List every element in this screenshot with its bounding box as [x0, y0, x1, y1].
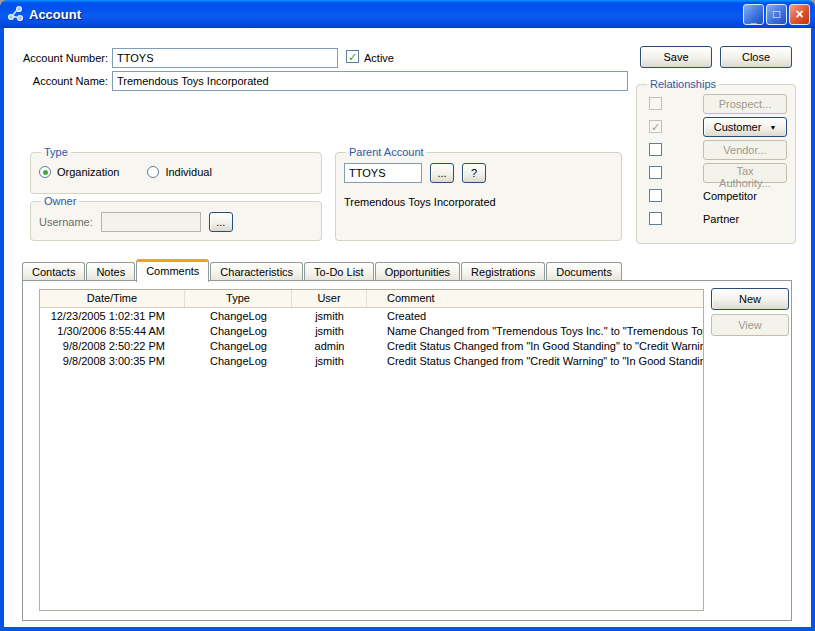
maximize-icon: □	[773, 7, 780, 21]
relationship-row-partner: Partner	[645, 207, 787, 230]
individual-radio-label: Individual	[165, 166, 211, 178]
table-row[interactable]: 9/8/2008 3:00:35 PM ChangeLog jsmith Cre…	[40, 354, 703, 368]
comments-table-header: Date/Time Type User Comment	[40, 290, 703, 308]
tab-documents[interactable]: Documents	[546, 262, 622, 281]
relationship-row-vendor: Vendor...	[645, 138, 787, 161]
owner-group-title: Owner	[41, 195, 79, 207]
partner-checkbox[interactable]	[649, 212, 662, 225]
cell-datetime: 12/23/2005 1:02:31 PM	[40, 309, 185, 323]
owner-group: Owner Username: ...	[30, 195, 322, 241]
parent-account-browse-button[interactable]: ...	[430, 163, 454, 183]
save-button[interactable]: Save	[640, 46, 712, 68]
radio-dot-icon	[43, 170, 48, 175]
minimize-icon: _	[750, 14, 756, 22]
account-name-input[interactable]	[112, 71, 628, 91]
tab-todo-list[interactable]: To-Do List	[304, 262, 374, 281]
minimize-button[interactable]: _	[743, 4, 764, 25]
type-group-title: Type	[41, 146, 71, 158]
tab-registrations[interactable]: Registrations	[461, 262, 545, 281]
vendor-button[interactable]: Vendor...	[703, 140, 787, 160]
cell-type: ChangeLog	[185, 354, 292, 368]
table-row[interactable]: 9/8/2008 2:50:22 PM ChangeLog admin Cred…	[40, 339, 703, 353]
competitor-label: Competitor	[703, 190, 787, 202]
tab-notes[interactable]: Notes	[86, 262, 135, 281]
cell-type: ChangeLog	[185, 309, 292, 323]
titlebar[interactable]: Account _ □ ×	[0, 0, 815, 28]
cell-comment: Credit Status Changed from "In Good Stan…	[367, 339, 703, 353]
parent-account-resolved-name: Tremendous Toys Incorporated	[344, 196, 613, 208]
username-label: Username:	[39, 216, 93, 228]
cell-comment: Credit Status Changed from "Credit Warni…	[367, 354, 703, 368]
customer-checkbox[interactable]: ✓	[649, 120, 662, 133]
tab-opportunities[interactable]: Opportunities	[375, 262, 460, 281]
table-row[interactable]: 1/30/2006 8:55:44 AM ChangeLog jsmith Na…	[40, 324, 703, 338]
organization-radio[interactable]	[39, 166, 51, 178]
prospect-button[interactable]: Prospect...	[703, 94, 787, 114]
account-window: Account _ □ × Account Number: ✓ Active S…	[0, 0, 815, 631]
close-window-button[interactable]: ×	[789, 4, 810, 25]
cell-user: jsmith	[292, 309, 367, 323]
close-button[interactable]: Close	[720, 46, 792, 68]
active-label: Active	[364, 51, 394, 65]
cell-user: jsmith	[292, 324, 367, 338]
maximize-button[interactable]: □	[766, 4, 787, 25]
parent-account-input[interactable]	[344, 163, 422, 183]
table-row[interactable]: 12/23/2005 1:02:31 PM ChangeLog jsmith C…	[40, 309, 703, 323]
check-icon: ✓	[347, 51, 358, 63]
customer-dropdown-button[interactable]: Customer▼	[703, 117, 787, 137]
parent-account-group: Parent Account ... ? Tremendous Toys Inc…	[335, 146, 622, 241]
column-header-user[interactable]: User	[292, 290, 367, 307]
parent-account-help-button[interactable]: ?	[462, 163, 486, 183]
cell-type: ChangeLog	[185, 339, 292, 353]
cell-user: admin	[292, 339, 367, 353]
relationships-group-title: Relationships	[647, 78, 719, 90]
tab-comments[interactable]: Comments	[136, 259, 209, 282]
active-checkbox[interactable]: ✓	[346, 50, 359, 63]
cell-datetime: 9/8/2008 2:50:22 PM	[40, 339, 185, 353]
tab-contacts[interactable]: Contacts	[22, 262, 85, 281]
comments-tab-panel: Date/Time Type User Comment 12/23/2005 1…	[22, 280, 792, 621]
cell-comment: Created	[367, 309, 703, 323]
tax-authority-button[interactable]: Tax Authority...	[703, 163, 787, 183]
tax-authority-checkbox[interactable]	[649, 166, 662, 179]
window-title: Account	[29, 7, 741, 22]
relationship-row-customer: ✓ Customer▼	[645, 115, 787, 138]
view-comment-button[interactable]: View	[711, 314, 789, 336]
competitor-checkbox[interactable]	[649, 189, 662, 202]
owner-browse-button[interactable]: ...	[209, 212, 233, 232]
account-name-label: Account Name:	[4, 74, 108, 88]
relationships-group: Relationships Prospect... ✓ Customer▼ Ve…	[636, 78, 796, 244]
new-comment-button[interactable]: New	[711, 288, 789, 310]
username-input[interactable]	[101, 212, 201, 232]
close-icon: ×	[795, 6, 803, 22]
prospect-checkbox[interactable]	[649, 97, 662, 110]
column-header-datetime[interactable]: Date/Time	[40, 290, 185, 307]
account-number-label: Account Number:	[4, 51, 108, 65]
cell-type: ChangeLog	[185, 324, 292, 338]
dropdown-arrow-icon: ▼	[769, 124, 776, 131]
account-app-icon	[7, 5, 25, 23]
comments-table[interactable]: Date/Time Type User Comment 12/23/2005 1…	[39, 289, 704, 611]
parent-account-group-title: Parent Account	[346, 146, 427, 158]
tab-strip: Contacts Notes Comments Characteristics …	[22, 258, 623, 281]
column-header-type[interactable]: Type	[185, 290, 292, 307]
tab-characteristics[interactable]: Characteristics	[210, 262, 303, 281]
cell-user: jsmith	[292, 354, 367, 368]
column-header-comment[interactable]: Comment	[367, 290, 703, 307]
cell-datetime: 9/8/2008 3:00:35 PM	[40, 354, 185, 368]
account-number-input[interactable]	[112, 48, 338, 68]
type-group: Type Organization Individual	[30, 146, 322, 194]
cell-datetime: 1/30/2006 8:55:44 AM	[40, 324, 185, 338]
individual-radio[interactable]	[147, 166, 159, 178]
vendor-checkbox[interactable]	[649, 143, 662, 156]
cell-comment: Name Changed from "Tremendous Toys Inc."…	[367, 324, 703, 338]
relationship-row-prospect: Prospect...	[645, 92, 787, 115]
partner-label: Partner	[703, 213, 787, 225]
check-icon: ✓	[650, 121, 661, 133]
dialog-client-area: Account Number: ✓ Active Save Close Acco…	[4, 28, 811, 627]
relationship-row-tax-authority: Tax Authority...	[645, 161, 787, 184]
organization-radio-label: Organization	[57, 166, 119, 178]
